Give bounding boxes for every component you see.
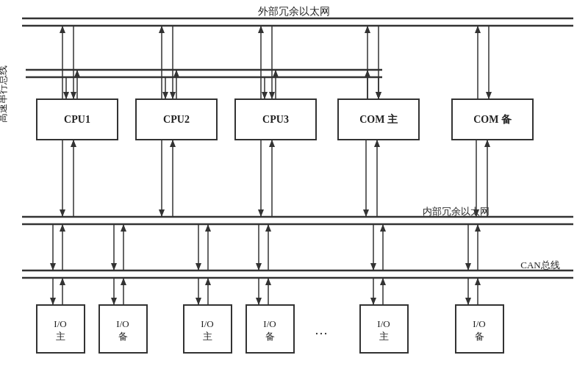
svg-text:I/O: I/O <box>263 318 276 329</box>
svg-text:主: 主 <box>203 331 212 342</box>
internal-network-label: 内部冗余以太网 <box>423 206 490 217</box>
svg-text:I/O: I/O <box>201 318 213 329</box>
svg-text:主: 主 <box>379 331 389 342</box>
svg-text:备: 备 <box>118 331 128 342</box>
architecture-diagram: 外部冗余以太网 高速串行总线 CPU1 CPU2 CPU3 COM 主 COM … <box>0 0 588 380</box>
svg-text:备: 备 <box>475 331 484 342</box>
svg-text:备: 备 <box>265 331 275 342</box>
svg-text:CPU1: CPU1 <box>64 114 90 125</box>
svg-text:I/O: I/O <box>473 318 485 329</box>
svg-text:…: … <box>315 323 328 337</box>
can-bus-label: CAN总线 <box>520 259 559 270</box>
svg-text:CPU2: CPU2 <box>163 114 190 125</box>
svg-text:CPU3: CPU3 <box>262 114 289 125</box>
svg-text:I/O: I/O <box>116 318 129 329</box>
svg-text:COM 主: COM 主 <box>359 113 398 125</box>
svg-text:COM 备: COM 备 <box>473 114 512 125</box>
svg-text:I/O: I/O <box>54 318 66 329</box>
svg-text:主: 主 <box>56 331 65 342</box>
external-network-label: 外部冗余以太网 <box>258 6 330 17</box>
high-speed-bus-label: 高速串行总线 <box>0 65 8 123</box>
svg-text:I/O: I/O <box>377 318 390 329</box>
